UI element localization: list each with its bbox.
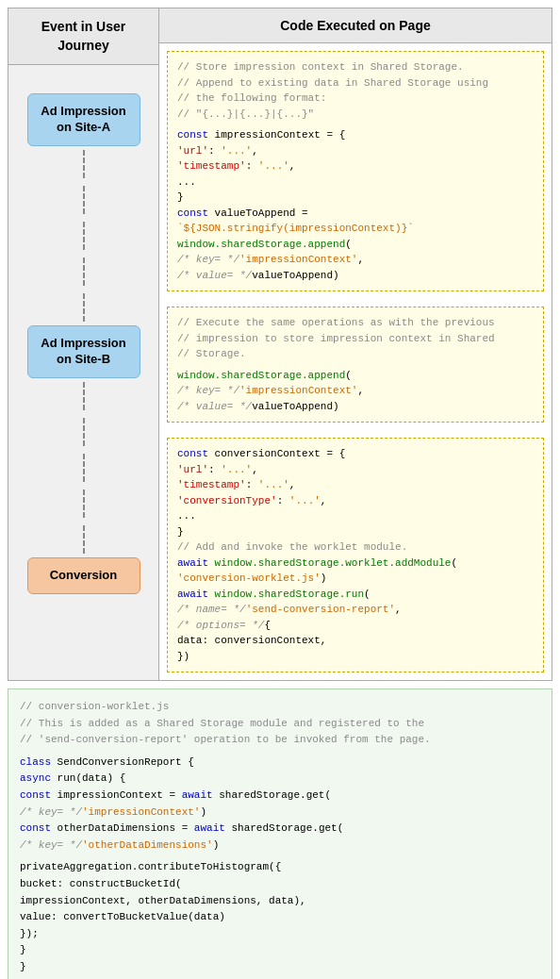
- event-ad-impression-b: Ad Impressionon Site-B: [27, 325, 140, 378]
- left-column: Event in UserJourney Ad Impressionon Sit…: [8, 8, 159, 680]
- dashed-connector-9: [83, 490, 85, 518]
- right-column: Code Executed on Page // Store impressio…: [159, 8, 552, 680]
- code-blocks: // Store impression context in Shared St…: [159, 43, 552, 680]
- code-block-3: const conversionContext = { 'url': '...'…: [167, 438, 544, 672]
- event-ad-impression-a: Ad Impressionon Site-A: [27, 93, 140, 146]
- code-block-1: // Store impression context in Shared St…: [167, 51, 544, 291]
- bottom-section: // conversion-worklet.js// This is added…: [8, 689, 552, 979]
- dashed-connector-3: [83, 222, 85, 250]
- dashed-connector-4: [83, 257, 85, 286]
- left-header: Event in UserJourney: [8, 8, 158, 65]
- dashed-connector-7: [83, 418, 85, 446]
- dashed-connector-8: [83, 454, 85, 482]
- left-events-wrapper: Ad Impressionon Site-A Ad Impressionon S…: [27, 65, 140, 680]
- dashed-connector-2: [83, 186, 85, 214]
- right-header: Code Executed on Page: [159, 8, 552, 43]
- code-block-2: // Execute the same operations as with t…: [167, 307, 544, 423]
- main-container: Event in UserJourney Ad Impressionon Sit…: [0, 0, 560, 979]
- dashed-connector-5: [83, 293, 85, 322]
- dashed-connector-10: [83, 525, 85, 554]
- dashed-connector-6: [83, 382, 85, 410]
- event-conversion: Conversion: [27, 557, 140, 594]
- top-section: Event in UserJourney Ad Impressionon Sit…: [8, 8, 552, 681]
- dashed-connector-1: [83, 150, 85, 178]
